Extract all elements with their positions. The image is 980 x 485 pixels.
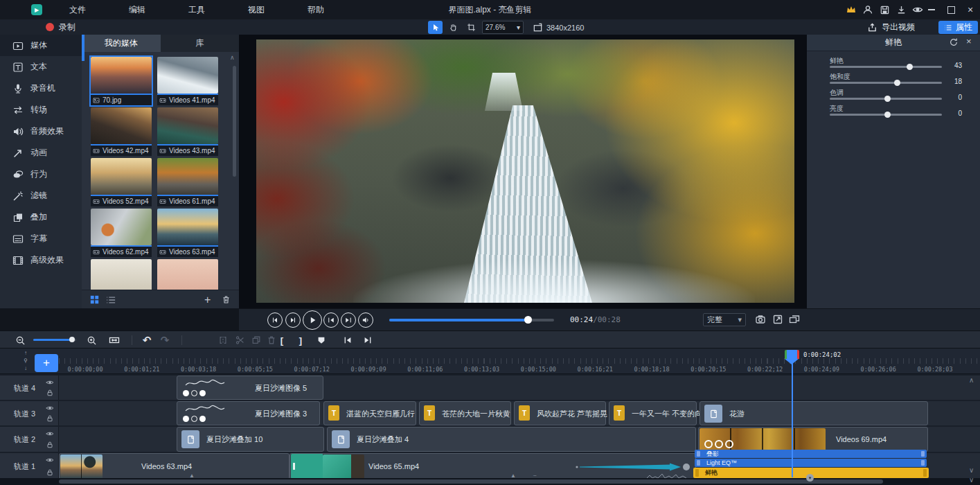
effect-handle[interactable] xyxy=(923,469,927,477)
lock-icon[interactable] xyxy=(46,414,54,423)
redo-button[interactable]: ↷ xyxy=(159,334,171,346)
video63-clip[interactable]: Videos 63.mp4 xyxy=(59,453,289,479)
hand-tool-button[interactable] xyxy=(446,21,461,34)
media-item[interactable]: Videos 63.mp4 xyxy=(157,209,218,257)
video65-clip[interactable]: Videos 65.mp4 xyxy=(289,453,696,479)
zoom-level-select[interactable]: 27.6%▾ xyxy=(482,21,524,34)
effect-bar[interactable]: 叠影 xyxy=(695,450,927,458)
slider-0[interactable] xyxy=(830,66,942,68)
fit-timeline-icon[interactable] xyxy=(108,334,121,346)
media-item[interactable]: Videos 41.mp4 xyxy=(157,57,218,105)
title-clip[interactable]: 夏日沙滩图像 3 xyxy=(177,401,320,425)
undo-button[interactable]: ↶ xyxy=(141,334,153,346)
overlay-clip[interactable]: 夏日沙滩叠加 10 xyxy=(177,427,324,452)
timeline-scroll-thumb[interactable] xyxy=(59,479,883,484)
tab-我的媒体[interactable]: 我的媒体 xyxy=(82,35,161,52)
skip-end-button[interactable] xyxy=(341,312,356,328)
zoom-in-icon[interactable] xyxy=(85,334,98,346)
playhead-handle[interactable] xyxy=(785,350,799,359)
eye-icon[interactable] xyxy=(46,404,54,412)
media-item[interactable]: 70.jpg xyxy=(91,57,152,105)
zoom-slider-handle[interactable] xyxy=(69,337,75,342)
slider-2[interactable] xyxy=(830,98,942,100)
slider-1[interactable] xyxy=(830,82,942,84)
add-track-button[interactable]: + xyxy=(35,354,58,372)
text-clip[interactable]: T苍茫的大地一片秋黄 xyxy=(419,401,511,425)
track-scroll-up-icon[interactable]: ∧ xyxy=(969,376,974,384)
quality-select[interactable]: 完整▾ xyxy=(703,313,746,326)
media-item[interactable]: Videos 61.mp4 xyxy=(157,158,218,206)
marker-button[interactable] xyxy=(315,334,328,346)
crop-tool-button[interactable] xyxy=(464,21,479,34)
eye-icon[interactable] xyxy=(46,430,54,438)
tab-库[interactable]: 库 xyxy=(161,35,240,52)
previous-marker-button[interactable] xyxy=(341,334,354,346)
speed-ramp-arrow[interactable] xyxy=(574,462,693,472)
effect-handle[interactable] xyxy=(921,460,925,466)
effect-handle[interactable] xyxy=(697,451,700,457)
sidebar-item-audio[interactable]: 音频效果 xyxy=(0,121,82,142)
reset-icon[interactable] xyxy=(949,37,959,47)
copy-icon[interactable] xyxy=(250,334,262,346)
sidebar-item-animation[interactable]: 动画 xyxy=(0,142,82,164)
eye-icon[interactable] xyxy=(46,378,54,387)
sidebar-item-transition[interactable]: 转场 xyxy=(0,99,82,121)
effect-handle[interactable] xyxy=(921,451,925,457)
split-icon[interactable] xyxy=(217,334,229,346)
transition-block[interactable] xyxy=(291,454,323,479)
sidebar-item-text[interactable]: 文本 xyxy=(0,56,82,78)
grid-view-button[interactable] xyxy=(90,295,99,304)
select-tool-button[interactable] xyxy=(428,21,443,34)
premium-crown-icon[interactable] xyxy=(845,3,857,16)
effect-handle[interactable] xyxy=(697,460,700,466)
timeline-zoom-slider[interactable] xyxy=(33,339,76,341)
sidebar-item-advanced[interactable]: 高级效果 xyxy=(0,249,82,271)
scroll-up-icon[interactable]: ∧ xyxy=(230,54,235,61)
menu-item[interactable]: 工具 xyxy=(188,4,205,16)
track-height-widget[interactable]: ↑⚲↓ xyxy=(21,349,30,372)
close-panel-icon[interactable]: × xyxy=(966,36,972,46)
media-item[interactable]: Videos 52.mp4 xyxy=(91,158,152,206)
media-item[interactable]: Videos 43.mp4 xyxy=(157,107,218,156)
dual-monitor-icon[interactable] xyxy=(789,314,801,326)
keyframe-marker-icon[interactable]: ▾ xyxy=(806,474,814,482)
properties-button[interactable]: 属性 xyxy=(938,21,978,34)
mark-out-button[interactable]: ] xyxy=(294,334,307,346)
track-scroll-down-icon[interactable]: ∨ xyxy=(969,476,974,484)
sidebar-item-behavior[interactable]: 行为 xyxy=(0,164,82,185)
save-icon[interactable] xyxy=(878,3,891,16)
playback-progress[interactable] xyxy=(389,319,554,321)
next-marker-button[interactable] xyxy=(362,334,374,346)
text-clip[interactable]: T风吹起芦花 芦苇摇晃 xyxy=(514,401,606,425)
lock-icon[interactable] xyxy=(46,389,54,397)
media-scrollbar[interactable] xyxy=(233,66,236,177)
fullscreen-icon[interactable] xyxy=(772,314,784,326)
close-button[interactable]: × xyxy=(964,3,977,16)
scissors-icon[interactable] xyxy=(234,334,247,346)
slider-handle[interactable] xyxy=(894,80,900,86)
text-clip[interactable]: T一年又一年 不变的向往 xyxy=(609,401,697,425)
skip-start-button[interactable] xyxy=(323,312,339,328)
progress-handle[interactable] xyxy=(524,316,532,324)
minimize-button[interactable] xyxy=(925,3,938,16)
add-media-button[interactable]: + xyxy=(204,294,211,306)
mark-in-button[interactable]: [ xyxy=(276,334,288,346)
export-video-button[interactable]: 导出视频 xyxy=(867,19,915,35)
menu-item[interactable]: 编辑 xyxy=(129,4,145,16)
account-icon[interactable] xyxy=(862,3,874,16)
overlay-clip[interactable]: 夏日沙滩叠加 4 xyxy=(327,427,696,452)
maximize-button[interactable] xyxy=(945,3,957,16)
menu-item[interactable]: 文件 xyxy=(69,4,86,16)
media-item[interactable]: Videos 62.mp4 xyxy=(91,209,152,257)
slider-handle[interactable] xyxy=(884,112,891,118)
sidebar-item-media[interactable]: 媒体 xyxy=(0,35,82,56)
preview-eye-icon[interactable] xyxy=(911,3,924,16)
sidebar-item-overlay[interactable]: 叠加 xyxy=(0,206,82,228)
lock-icon[interactable] xyxy=(46,468,54,477)
next-frame-button[interactable] xyxy=(285,312,301,328)
slider-3[interactable] xyxy=(830,114,942,116)
lock-icon[interactable] xyxy=(46,441,54,449)
download-icon[interactable] xyxy=(895,3,907,16)
snapshot-camera-icon[interactable] xyxy=(755,314,767,326)
list-view-button[interactable] xyxy=(106,295,116,305)
